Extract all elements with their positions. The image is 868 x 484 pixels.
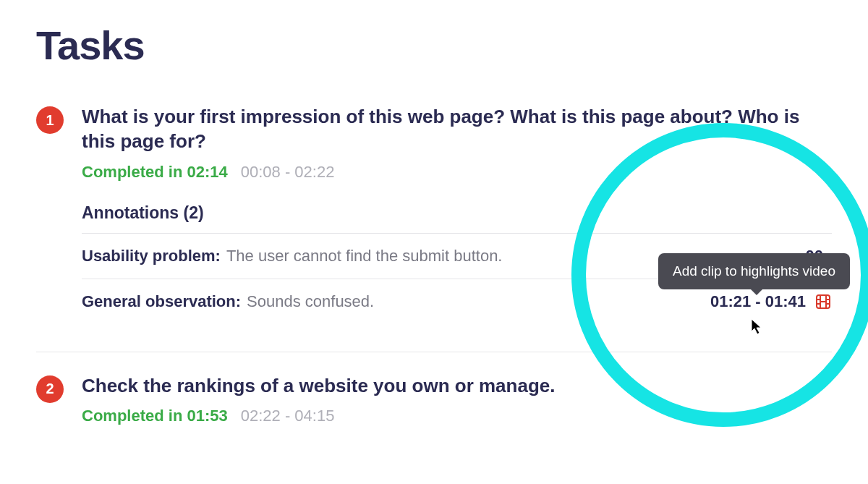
task-question: What is your first impression of this we… <box>82 105 832 154</box>
task-time-range: 02:22 - 04:15 <box>241 407 335 425</box>
task-meta: Completed in 01:53 02:22 - 04:15 <box>82 407 832 425</box>
task-body: What is your first impression of this we… <box>82 105 832 324</box>
task-row: 1 What is your first impression of this … <box>36 105 832 352</box>
annotations-header: Annotations (2) <box>82 203 832 234</box>
annotation-label: General observation: <box>82 292 241 311</box>
annotation-label: Usability problem: <box>82 247 221 266</box>
task-time-range: 00:08 - 02:22 <box>241 163 335 182</box>
film-icon <box>814 293 832 310</box>
completed-label: Completed in 01:53 <box>82 407 228 425</box>
task-number-badge: 2 <box>36 375 64 403</box>
completed-label: Completed in 02:14 <box>82 163 228 182</box>
task-number-badge: 1 <box>36 106 64 134</box>
task-meta: Completed in 02:14 00:08 - 02:22 <box>82 163 832 182</box>
add-clip-button[interactable] <box>814 293 832 310</box>
task-row: 2 Check the rankings of a website you ow… <box>36 374 832 462</box>
task-body: Check the rankings of a website you own … <box>82 374 832 448</box>
annotation-text: Sounds confused. <box>247 292 710 311</box>
task-question: Check the rankings of a website you own … <box>82 374 832 399</box>
page-title: Tasks <box>36 22 832 69</box>
add-clip-tooltip: Add clip to highlights video <box>658 253 850 289</box>
tasks-container: Tasks 1 What is your first impression of… <box>0 0 868 484</box>
